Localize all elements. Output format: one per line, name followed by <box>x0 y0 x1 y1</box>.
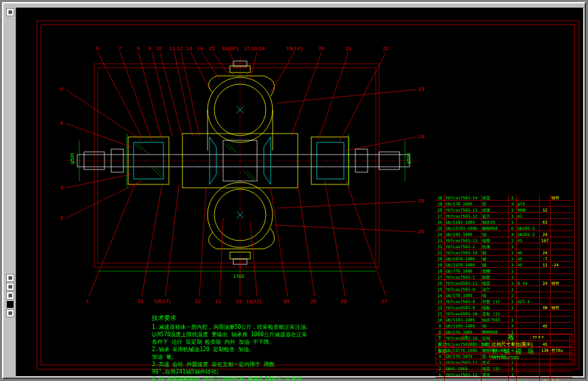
svg-text:16(16'): 16(16') <box>222 45 239 52</box>
bom-row: 14GB/178-1985销2 <box>435 292 572 298</box>
svg-line-42 <box>98 52 142 137</box>
bom-row: 29GB/178-1985臂4φ79 <box>435 201 572 207</box>
layer-swatch[interactable]: ▦ <box>6 283 14 291</box>
svg-text:5: 5 <box>60 86 64 92</box>
svg-text:24: 24 <box>418 134 425 140</box>
tech-requirements: 技术要求 1.减速器箱体一层内腔，润滑油量50公斤，经常检查能正常注油。 以HS… <box>152 315 389 381</box>
dim-overall: 1780 <box>233 274 244 279</box>
layer-swatch[interactable]: ▦ <box>6 8 14 16</box>
svg-text:10: 10 <box>156 45 162 52</box>
bom-row: 1YD7cos7503-12底座1 <box>435 372 572 378</box>
svg-line-72 <box>338 52 386 144</box>
svg-text:7: 7 <box>119 45 122 52</box>
svg-line-74 <box>277 89 416 103</box>
bom-row: 21YD7cos7503-10轴14524 <box>435 249 572 256</box>
bom-row: 11YD7cos6583-10盖板 (2) <box>435 310 572 317</box>
bom-row: 2GB41-1965端盖 (2)1 <box>435 365 572 372</box>
tech-line: 3.高速 齿轮 外圆速度 应在互相一定内用于 用数 <box>152 361 389 368</box>
svg-text:29: 29 <box>311 298 317 304</box>
svg-line-28 <box>247 171 256 180</box>
svg-text:25: 25 <box>418 198 425 204</box>
bom-row: 17YD7cos7503-1轴套1 <box>435 274 572 280</box>
svg-line-110 <box>345 178 386 296</box>
svg-line-68 <box>291 52 321 137</box>
svg-line-55 <box>181 52 199 136</box>
svg-line-78 <box>277 201 416 208</box>
bom-row: 19GB/1978-1986键14511-24 <box>435 262 572 268</box>
svg-line-56 <box>191 52 210 89</box>
svg-line-60 <box>213 52 230 76</box>
svg-rect-0 <box>94 64 379 267</box>
svg-text:6: 6 <box>96 45 100 52</box>
bom-row: 26GB/1183-1985轴承55163 <box>435 219 572 225</box>
svg-line-46 <box>138 52 162 140</box>
svg-line-108 <box>325 181 345 296</box>
bom-row: 13YD7cos7503-8衬套 (1)1GZS-1 <box>435 298 572 304</box>
layer-swatch[interactable]: ▦ <box>6 274 14 282</box>
svg-text:26: 26 <box>418 228 425 235</box>
svg-text:3: 3 <box>60 184 64 190</box>
bom-row: 27YD7cos7503-12提升1A3 <box>435 213 572 219</box>
bom-header: ??????? ? <box>435 378 572 381</box>
svg-text:17,18,19: 17,18,19 <box>243 45 265 52</box>
bom-row: 20GB/1978-1986键145-7 <box>435 256 572 262</box>
tb-partname: 基 <box>490 334 531 340</box>
svg-text:φ506: φ506 <box>406 153 412 164</box>
svg-line-86 <box>66 174 132 188</box>
title-block: ? ? 基 ?? ? ? 设计 61 1:6 比例尺寸单位(毫米) 审核 长 轴… <box>435 334 572 364</box>
color-swatch[interactable] <box>7 301 14 308</box>
layer-swatch[interactable]: ▦ <box>6 309 14 317</box>
tech-line: 加油 量。 <box>152 353 389 361</box>
svg-line-102 <box>250 222 257 296</box>
bom-row: 23YD7cos7503-11端套1A3167 <box>435 237 572 243</box>
bom-row: 18GB/776-1996垫圈1 <box>435 268 572 274</box>
svg-text:φ506: φ506 <box>70 153 75 164</box>
tb-project: 长 轴 磁 场 <box>490 348 570 354</box>
svg-text:1: 1 <box>86 298 90 304</box>
balloons-right: 23 24 25 26 <box>274 86 425 235</box>
tech-line: 条件下 运行 应定期 检查箱 内外 加油 不下降。 <box>152 338 389 346</box>
svg-line-22 <box>155 167 163 176</box>
bom-row: 28YD7cos7503-13箱体1铸钢12 <box>435 207 572 213</box>
drawing-area: φ506 φ506 1780 6 7 8 9 10 11 12 13 <box>47 28 440 310</box>
svg-text:28: 28 <box>341 298 347 304</box>
cad-canvas[interactable]: φ506 φ506 1780 6 7 8 9 10 11 12 13 <box>16 7 584 377</box>
bom-row: 24GB/195-1985销4GB285-324 <box>435 231 572 237</box>
svg-text:19(19'): 19(19') <box>286 45 303 52</box>
bom-row: 15YD7cos7503-9法兰1 <box>435 286 572 292</box>
svg-text:23: 23 <box>418 86 425 92</box>
left-toolbar: ▦ ▦ ▦ ▦ ▦ <box>5 7 15 377</box>
svg-text:27: 27 <box>382 298 388 304</box>
tech-line: 2.轴承 采用机械油120 定期检查 加油。 <box>152 346 389 353</box>
tech-line: 1.减速器箱体一层内腔，润滑油量50公斤，经常检查能正常注油。 <box>152 323 389 331</box>
svg-line-25 <box>224 144 231 151</box>
layer-swatch[interactable]: ▦ <box>6 292 14 300</box>
svg-text:7(8,17): 7(8,17) <box>153 298 171 304</box>
svg-text:14: 14 <box>197 45 203 52</box>
svg-text:20: 20 <box>319 45 325 52</box>
tech-line: 以HS70温度上限线温度 要输出 轴承座 1000公斤减速器在正常 <box>152 331 389 338</box>
bom-row: 12YD7cos6583-9端板1XN铸件 <box>435 304 572 310</box>
svg-line-48 <box>152 52 172 137</box>
svg-text:21: 21 <box>346 45 352 52</box>
svg-line-52 <box>174 52 193 137</box>
svg-text:8: 8 <box>137 45 140 52</box>
bom-row: 25GB/15783-1986螺栓M306GB285-3 <box>435 225 572 231</box>
mechanical-drawing-svg: φ506 φ506 1780 6 7 8 9 10 11 12 13 <box>47 28 440 310</box>
svg-text:11(12): 11(12) <box>246 298 261 304</box>
balloons-top: 6 7 8 9 10 11 12 13 14 15 16(16') 17,18,… <box>96 45 389 144</box>
svg-text:4: 4 <box>60 120 64 126</box>
svg-line-64 <box>250 52 257 79</box>
svg-text:15: 15 <box>209 45 215 52</box>
app-window: ▦ ▦ ▦ ▦ ▦ <box>2 2 586 379</box>
svg-line-106 <box>298 184 315 296</box>
svg-text:33: 33 <box>138 298 144 304</box>
svg-line-90 <box>89 184 135 296</box>
bom-row: 16YD7cos6583-11端盖1Q 1424铸件 <box>435 280 572 286</box>
balloons-bottom: 1 33 7(8,17) 32 11 31 11(12) 30 29 28 27 <box>86 178 388 304</box>
tech-line: 90°,自用241轴5轴外转动; <box>152 368 389 376</box>
svg-line-51 <box>160 52 182 137</box>
svg-text:13: 13 <box>187 45 193 52</box>
svg-line-98 <box>220 218 223 296</box>
svg-text:11: 11 <box>216 298 222 304</box>
